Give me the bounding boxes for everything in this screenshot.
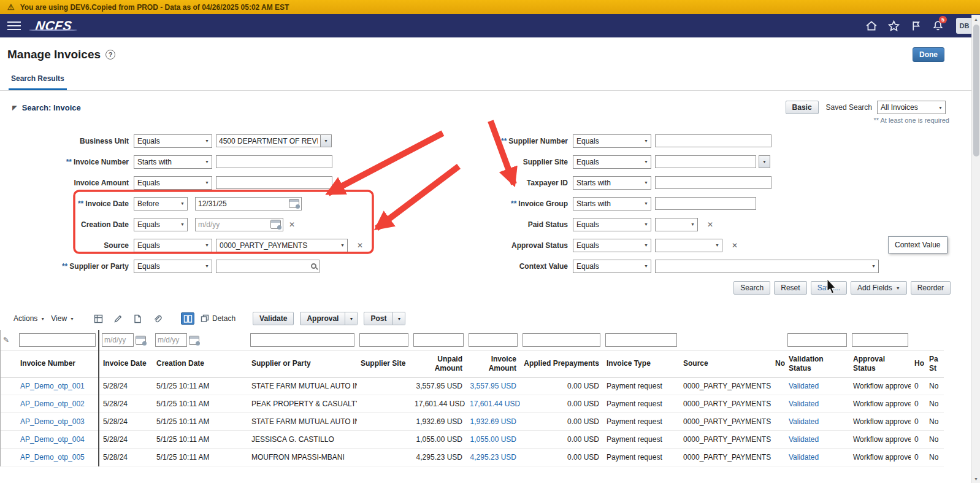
- col-supplier-or-party[interactable]: Supplier or Party: [251, 359, 311, 368]
- actions-menu[interactable]: Actions▼: [13, 314, 45, 323]
- paid-status-select[interactable]: ▼: [655, 218, 698, 231]
- invoice-amount-operator-select[interactable]: Equals▼: [134, 176, 212, 190]
- creation-date-operator-select[interactable]: Equals▼: [134, 218, 188, 231]
- col-supplier-site[interactable]: Supplier Site: [361, 359, 405, 368]
- table-row[interactable]: AP_Demo_otp_002 5/28/24 5/1/25 10:11 AM …: [1, 395, 944, 413]
- supplier-site-dropdown-button[interactable]: ▼: [759, 155, 770, 168]
- vertical-scrollbar[interactable]: ▲ ▼: [971, 15, 980, 483]
- validation-status-link[interactable]: Validated: [789, 435, 819, 444]
- clear-creation-date-icon[interactable]: ✕: [289, 220, 295, 229]
- col-invoice-type[interactable]: Invoice Type: [607, 359, 651, 368]
- reorder-button[interactable]: Reorder: [911, 281, 951, 295]
- scroll-up-arrow[interactable]: ▲: [972, 15, 980, 23]
- post-button[interactable]: Post: [364, 312, 393, 325]
- filter-invoice-type-input[interactable]: [605, 333, 677, 347]
- validation-status-link[interactable]: Validated: [789, 417, 819, 426]
- invoice-number-link[interactable]: AP_Demo_otp_004: [20, 435, 85, 444]
- supplier-number-operator-select[interactable]: Equals▼: [573, 134, 651, 148]
- save-button[interactable]: Save...: [811, 281, 847, 295]
- filter-invoice-date-input[interactable]: [102, 333, 134, 347]
- post-dropdown-button[interactable]: ▼: [393, 312, 405, 325]
- calendar-icon[interactable]: [270, 220, 281, 229]
- invoice-number-operator-select[interactable]: Starts with▼: [134, 155, 212, 169]
- col-no[interactable]: No: [775, 359, 785, 368]
- invoice-amount-link[interactable]: 1,932.69 USD: [470, 417, 516, 426]
- view-menu[interactable]: View▼: [51, 314, 74, 323]
- notifications-bell-icon[interactable]: 5: [927, 17, 949, 35]
- tab-search-results[interactable]: Search Results: [9, 74, 67, 90]
- invoice-amount-link[interactable]: 3,557.95 USD: [470, 382, 516, 390]
- validate-button[interactable]: Validate: [253, 312, 294, 325]
- invoice-amount-link[interactable]: 1,055.00 USD: [470, 435, 516, 444]
- context-value-select[interactable]: ▼: [655, 260, 879, 273]
- invoice-group-operator-select[interactable]: Starts with▼: [573, 197, 651, 211]
- invoice-group-input[interactable]: [655, 197, 756, 210]
- invoice-number-input[interactable]: [216, 155, 332, 168]
- detach-button[interactable]: Detach: [201, 314, 235, 323]
- supplier-site-operator-select[interactable]: Equals▼: [573, 155, 651, 169]
- approval-button[interactable]: Approval: [300, 312, 345, 325]
- supplier-number-input[interactable]: [655, 134, 771, 147]
- invoice-date-input[interactable]: [198, 199, 289, 208]
- user-avatar[interactable]: DB: [956, 18, 973, 34]
- col-holds[interactable]: Ho: [914, 359, 924, 368]
- help-icon[interactable]: ?: [105, 50, 115, 60]
- col-validation-status[interactable]: Validation Status: [789, 355, 824, 372]
- source-operator-select[interactable]: Equals▼: [134, 239, 212, 252]
- table-row[interactable]: AP_Demo_otp_001 5/28/24 5/1/25 10:11 AM …: [1, 377, 944, 395]
- attachment-paperclip-icon[interactable]: [150, 312, 164, 325]
- edit-pencil-icon[interactable]: ✎: [3, 336, 9, 344]
- filter-invoice-amount-input[interactable]: [469, 333, 518, 347]
- approval-dropdown-button[interactable]: ▼: [345, 312, 358, 325]
- invoice-number-link[interactable]: AP_Demo_otp_003: [20, 417, 85, 426]
- flag-icon[interactable]: [905, 17, 927, 35]
- business-unit-dropdown-button[interactable]: ▼: [320, 134, 332, 147]
- source-select[interactable]: 0000_PARTY_PAYMENTS▼: [216, 239, 348, 252]
- table-row[interactable]: AP_Demo_otp_003 5/28/24 5/1/25 10:11 AM …: [1, 413, 944, 431]
- paid-status-operator-select[interactable]: Equals▼: [573, 218, 651, 231]
- filter-applied-prepayments-input[interactable]: [523, 333, 600, 347]
- business-unit-operator-select[interactable]: Equals▼: [134, 134, 212, 148]
- col-creation-date[interactable]: Creation Date: [156, 359, 204, 368]
- invoice-amount-link[interactable]: 4,295.23 USD: [470, 453, 516, 462]
- filter-invoice-number-input[interactable]: [19, 333, 96, 347]
- invoice-number-link[interactable]: AP_Demo_otp_005: [20, 453, 85, 462]
- col-source[interactable]: Source: [683, 359, 708, 368]
- basic-button[interactable]: Basic: [786, 101, 819, 114]
- freeze-columns-icon[interactable]: [181, 312, 194, 325]
- table-row[interactable]: AP_Demo_otp_005 5/28/24 5/1/25 10:11 AM …: [1, 449, 944, 466]
- approval-status-select[interactable]: ▼: [655, 239, 722, 252]
- invoice-amount-input[interactable]: [216, 176, 332, 189]
- search-button[interactable]: Search: [733, 281, 770, 295]
- filter-unpaid-amount-input[interactable]: [413, 333, 464, 347]
- col-paid-status[interactable]: Pa St: [929, 355, 938, 372]
- invoice-number-link[interactable]: AP_Demo_otp_001: [20, 382, 85, 390]
- calendar-icon[interactable]: [136, 336, 146, 345]
- col-invoice-amount[interactable]: Invoice Amount: [489, 355, 516, 372]
- clear-paid-status-icon[interactable]: ✕: [707, 220, 713, 229]
- filter-validation-status-input[interactable]: [787, 333, 847, 347]
- col-approval-status[interactable]: Approval Status: [853, 355, 885, 372]
- business-unit-input[interactable]: [216, 134, 320, 147]
- calendar-icon[interactable]: [189, 336, 199, 345]
- supplier-or-party-operator-select[interactable]: Equals▼: [134, 260, 212, 273]
- validation-status-link[interactable]: Validated: [789, 453, 819, 462]
- document-icon[interactable]: [131, 312, 144, 325]
- taxpayer-id-operator-select[interactable]: Starts with▼: [573, 176, 651, 190]
- validation-status-link[interactable]: Validated: [789, 382, 819, 390]
- taxpayer-id-input[interactable]: [655, 176, 771, 189]
- clear-source-icon[interactable]: ✕: [357, 241, 363, 250]
- hamburger-menu-icon[interactable]: [7, 21, 21, 30]
- filter-creation-date-input[interactable]: [155, 333, 187, 347]
- table-row[interactable]: AP_Demo_otp_004 5/28/24 5/1/25 10:11 AM …: [1, 431, 944, 449]
- saved-search-select[interactable]: All Invoices ▼: [877, 101, 946, 114]
- collapse-triangle-icon[interactable]: ◤: [12, 104, 17, 111]
- scroll-down-arrow[interactable]: ▼: [972, 474, 980, 483]
- edit-pencil-icon[interactable]: [111, 312, 124, 325]
- supplier-or-party-input[interactable]: [219, 262, 311, 271]
- approval-status-operator-select[interactable]: Equals▼: [573, 239, 651, 252]
- validation-status-link[interactable]: Validated: [789, 400, 819, 408]
- clear-approval-status-icon[interactable]: ✕: [732, 241, 738, 250]
- context-value-operator-select[interactable]: Equals▼: [573, 260, 651, 273]
- favorites-star-icon[interactable]: [882, 17, 905, 35]
